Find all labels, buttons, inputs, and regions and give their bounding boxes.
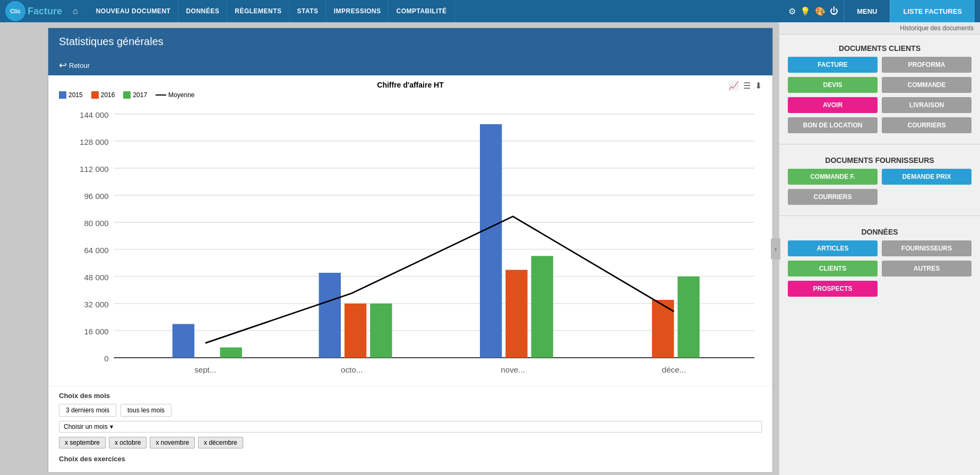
devis-button[interactable]: DEVIS bbox=[788, 77, 878, 93]
bon-de-location-button[interactable]: BON DE LOCATION bbox=[788, 117, 878, 133]
tag-septembre[interactable]: x septembre bbox=[59, 437, 106, 448]
power-icon[interactable]: ⏻ bbox=[830, 6, 838, 16]
legend-2016: 2016 bbox=[91, 91, 115, 99]
legend-color-2015 bbox=[59, 91, 66, 99]
logo-icon: Clic bbox=[5, 1, 25, 21]
documents-fournisseurs-title: DOCUMENTS FOURNISSEURS bbox=[779, 150, 980, 169]
courriers-clients-button[interactable]: COURRIERS bbox=[882, 117, 972, 133]
back-label: Retour bbox=[69, 62, 90, 70]
chart-section-header: ↩ Retour bbox=[48, 55, 772, 75]
chart-list-icon[interactable]: ☰ bbox=[743, 81, 751, 91]
demande-prix-button[interactable]: DEMANDE PRIX bbox=[882, 169, 972, 185]
prospects-button[interactable]: PROSPECTS bbox=[788, 281, 878, 297]
left-content: Statistiques générales ↩ Retour 📈 ☰ ⬇ Ch… bbox=[0, 22, 778, 475]
chart-legend: 2015 2016 2017 Moyenne bbox=[59, 91, 762, 99]
svg-text:48 000: 48 000 bbox=[84, 273, 108, 282]
nav-donnees[interactable]: DONNÉES bbox=[178, 0, 227, 22]
chart-download-icon[interactable]: ⬇ bbox=[755, 81, 762, 91]
svg-text:80 000: 80 000 bbox=[84, 219, 108, 228]
svg-text:32 000: 32 000 bbox=[84, 300, 108, 309]
autres-button[interactable]: AUTRES bbox=[882, 261, 972, 277]
choisir-mois-label: Choisir un mois bbox=[64, 423, 108, 430]
courriers-fournisseurs-button[interactable]: COURRIERS bbox=[788, 189, 878, 205]
back-button[interactable]: ↩ Retour bbox=[59, 59, 90, 71]
choisir-mois-select[interactable]: Choisir un mois ▾ bbox=[59, 421, 762, 433]
logo-area: Clic Facture bbox=[5, 1, 62, 21]
commande-f-button[interactable]: COMMANDE F. bbox=[788, 169, 878, 185]
choix-exercices-label: Choix des exercices bbox=[59, 455, 762, 463]
svg-text:128 000: 128 000 bbox=[80, 137, 109, 146]
donnees-buttons: ARTICLES FOURNISSEURS CLIENTS AUTRES PRO… bbox=[779, 240, 980, 302]
articles-button[interactable]: ARTICLES bbox=[788, 240, 878, 256]
donnees-title: DONNÉES bbox=[779, 221, 980, 240]
proforma-button[interactable]: PROFORMA bbox=[882, 57, 972, 73]
palette-icon[interactable]: 🎨 bbox=[815, 6, 826, 16]
average-line bbox=[205, 217, 674, 343]
documents-clients-title: DOCUMENTS CLIENTS bbox=[779, 38, 980, 57]
bulb-icon[interactable]: 💡 bbox=[800, 6, 811, 16]
divider-2 bbox=[779, 215, 980, 216]
sidebar-breadcrumb: Historique des documents bbox=[779, 22, 980, 34]
svg-text:16 000: 16 000 bbox=[84, 327, 108, 336]
bar-sept-2015 bbox=[173, 324, 194, 357]
bar-sept-2017 bbox=[220, 348, 242, 358]
tous-les-mois-button[interactable]: tous les mois bbox=[121, 404, 171, 417]
legend-moyenne: Moyenne bbox=[156, 91, 194, 99]
nav-stats[interactable]: STATS bbox=[290, 0, 326, 22]
bottom-section: Choix des mois 3 derniers mois tous les … bbox=[48, 386, 772, 472]
legend-2015: 2015 bbox=[59, 91, 83, 99]
documents-clients-buttons: FACTURE PROFORMA DEVIS COMMANDE AVOIR LI… bbox=[779, 57, 980, 139]
home-icon[interactable]: ⌂ bbox=[73, 6, 78, 16]
legend-color-2017 bbox=[123, 91, 131, 99]
facture-button[interactable]: FACTURE bbox=[788, 57, 878, 73]
legend-label-2017: 2017 bbox=[133, 91, 147, 99]
bar-oct-2016 bbox=[345, 304, 366, 358]
chart-icon-buttons: 📈 ☰ ⬇ bbox=[728, 81, 762, 91]
menu-button[interactable]: MENU bbox=[844, 0, 890, 22]
month-preset-buttons: 3 derniers mois tous les mois bbox=[59, 404, 762, 417]
svg-text:0: 0 bbox=[104, 354, 108, 363]
liste-factures-button[interactable]: LISTE FACTURES bbox=[890, 0, 975, 22]
chart-line-icon[interactable]: 📈 bbox=[728, 81, 739, 91]
chart-area: 📈 ☰ ⬇ Chiffre d'affaire HT 2015 2016 bbox=[48, 75, 772, 386]
chevron-down-icon: ▾ bbox=[110, 423, 113, 430]
legend-label-2016: 2016 bbox=[101, 91, 115, 99]
bar-chart: 144 000 128 000 112 000 96 000 80 000 64… bbox=[59, 103, 762, 374]
page-container: Statistiques générales ↩ Retour 📈 ☰ ⬇ Ch… bbox=[48, 28, 773, 473]
svg-text:144 000: 144 000 bbox=[80, 110, 109, 119]
tag-decembre[interactable]: x décembre bbox=[198, 437, 243, 448]
back-arrow-icon: ↩ bbox=[59, 59, 67, 71]
bar-nov-2017 bbox=[531, 256, 553, 358]
main-layout: Statistiques générales ↩ Retour 📈 ☰ ⬇ Ch… bbox=[0, 22, 980, 475]
svg-text:déce...: déce... bbox=[662, 365, 686, 374]
tag-novembre[interactable]: x novembre bbox=[150, 437, 195, 448]
settings-icon[interactable]: ⚙ bbox=[788, 6, 796, 16]
donnees-section: DONNÉES ARTICLES FOURNISSEURS CLIENTS AU… bbox=[779, 218, 980, 305]
bar-dec-2016 bbox=[652, 300, 674, 358]
choix-mois-label: Choix des mois bbox=[59, 392, 762, 400]
nav-nouveau-document[interactable]: NOUVEAU DOCUMENT bbox=[89, 0, 179, 22]
clients-button[interactable]: CLIENTS bbox=[788, 261, 878, 277]
sidebar-collapse-button[interactable]: › bbox=[771, 238, 780, 260]
nav-reglements[interactable]: RÈGLEMENTS bbox=[227, 0, 289, 22]
3-derniers-mois-button[interactable]: 3 derniers mois bbox=[59, 404, 116, 417]
legend-2017: 2017 bbox=[123, 91, 147, 99]
svg-text:sept...: sept... bbox=[194, 365, 216, 374]
avoir-button[interactable]: AVOIR bbox=[788, 97, 878, 113]
top-navigation: Clic Facture ⌂ NOUVEAU DOCUMENT DONNÉES … bbox=[0, 0, 980, 22]
bar-oct-2017 bbox=[370, 304, 392, 358]
livraison-button[interactable]: LIVRAISON bbox=[882, 97, 972, 113]
svg-text:nove...: nove... bbox=[501, 365, 525, 374]
tag-octobre[interactable]: x octobre bbox=[109, 437, 147, 448]
commande-button[interactable]: COMMANDE bbox=[882, 77, 972, 93]
page-title: Statistiques générales bbox=[59, 36, 762, 48]
legend-color-2016 bbox=[91, 91, 99, 99]
legend-label-moyenne: Moyenne bbox=[168, 91, 194, 99]
nav-icons: ⚙ 💡 🎨 ⏻ bbox=[788, 6, 838, 16]
nav-comptabilite[interactable]: COMPTABILITÉ bbox=[389, 0, 454, 22]
nav-impressions[interactable]: IMPRESSIONS bbox=[326, 0, 389, 22]
svg-text:64 000: 64 000 bbox=[84, 246, 108, 255]
fournisseurs-button[interactable]: FOURNISSEURS bbox=[882, 240, 972, 256]
svg-text:96 000: 96 000 bbox=[84, 192, 108, 201]
bar-oct-2015 bbox=[319, 273, 341, 358]
